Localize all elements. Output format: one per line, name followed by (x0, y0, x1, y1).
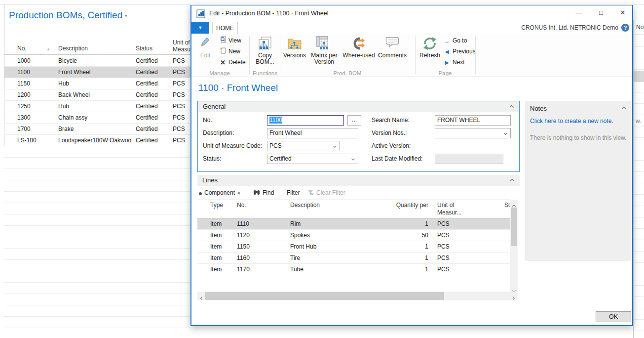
cell-uom: PCS (173, 55, 185, 66)
help-icon[interactable]: ? (621, 24, 629, 32)
field-row: Unit of Measure Code: PCS Active Version… (198, 141, 519, 151)
cell-uom: PCS (173, 124, 185, 134)
find-button[interactable]: Find (253, 187, 274, 199)
no-browse-button[interactable]: ... (347, 115, 361, 126)
close-button[interactable]: ✕ (616, 5, 630, 20)
scroll-up-icon[interactable] (510, 201, 518, 208)
scroll-left-icon[interactable] (198, 293, 206, 299)
view-button[interactable]: View (219, 36, 241, 45)
cell-uom: PCS (173, 101, 185, 112)
cell-description: Tube (290, 264, 303, 275)
bg-right-column-no: No. (636, 24, 644, 31)
line-row[interactable]: Item 1150 Front Hub 1 PCS (197, 241, 510, 253)
col-no[interactable]: No. (237, 202, 246, 209)
table-row[interactable]: 1250 Hub Certified PCS (4, 101, 190, 112)
bg-column-description[interactable]: Description (58, 45, 88, 52)
copy-bom-label: Copy BOM... (252, 52, 278, 65)
cell-description: Tire (290, 253, 300, 263)
cell-status: Certified (136, 89, 158, 100)
bg-column-no[interactable]: No. (17, 45, 27, 52)
scroll-right-icon[interactable] (509, 293, 517, 299)
description-field[interactable]: Front Wheel (267, 128, 358, 138)
table-row[interactable]: 1200 Back Wheel Certified PCS (4, 89, 190, 101)
cell-type: Item (210, 218, 222, 229)
horizontal-scroll-thumb[interactable] (205, 292, 444, 300)
minimize-button[interactable]: — (572, 5, 586, 20)
dialog-titlebar[interactable]: Edit - Production BOM - 1100 · Front Whe… (191, 5, 632, 22)
cell-no: 1110 (237, 218, 249, 229)
ok-button[interactable]: OK (596, 311, 631, 322)
cell-no: 1100 (17, 67, 30, 78)
binoculars-icon (253, 188, 260, 199)
cell-description: Brake (58, 124, 132, 134)
matrix-per-version-button[interactable]: Matrix per Version (308, 35, 341, 65)
table-row[interactable]: 1150 Hub Certified PCS (4, 78, 190, 89)
edit-button[interactable]: Edit (194, 35, 216, 59)
collapse-chevron-icon[interactable] (622, 107, 626, 111)
maximize-button[interactable]: □ (594, 5, 608, 20)
col-description[interactable]: Description (290, 202, 320, 209)
collapse-chevron-icon[interactable] (510, 105, 514, 109)
table-row[interactable]: 1700 Brake Certified PCS (4, 124, 190, 135)
delete-button[interactable]: ✕Delete (219, 57, 246, 67)
cell-uom: PCS (437, 218, 469, 229)
table-row[interactable]: 1000 Bicycle Certified PCS (4, 55, 190, 67)
versions-button[interactable]: Versions (282, 35, 307, 59)
new-button[interactable]: New (219, 46, 240, 56)
col-unit-of-measure[interactable]: Unit of Measur... (437, 202, 469, 216)
cell-qty: 1 (379, 264, 428, 275)
no-field-value: 1100 (269, 117, 282, 124)
copy-bom-button[interactable]: Copy BOM... (252, 35, 278, 65)
tab-home[interactable]: HOME (212, 22, 238, 34)
table-row-selected[interactable]: 1100 Front Wheel Certified PCS (4, 67, 190, 78)
filter-button[interactable]: Filter (287, 187, 300, 198)
vertical-scroll-thumb[interactable] (511, 208, 517, 246)
clear-filter-button[interactable]: Clear Filter (307, 187, 345, 199)
col-type[interactable]: Type (210, 202, 223, 209)
col-quantity-per[interactable]: Quantity per (379, 202, 428, 209)
refresh-button[interactable]: Refresh (417, 35, 442, 59)
no-field[interactable]: 1100 (267, 115, 344, 126)
cell-no: 1150 (237, 241, 250, 252)
cell-description: Chain assy (58, 112, 132, 123)
table-row[interactable]: LS-100 Loudspeaker100W Oakwoo... Certifi… (4, 135, 190, 146)
bg-column-status[interactable]: Status (136, 45, 152, 52)
search-name-field[interactable]: FRONT WHEEL (435, 115, 511, 126)
where-used-button[interactable]: Where-used (341, 35, 376, 59)
new-page-icon (219, 47, 227, 57)
scroll-down-icon[interactable] (510, 285, 518, 292)
view-icon (219, 36, 227, 46)
uom-code-label: Unit of Measure Code: (203, 141, 262, 151)
uom-code-select[interactable]: PCS (267, 141, 340, 151)
table-row[interactable]: 1300 Chain assy Certified PCS (4, 112, 190, 124)
page-title-caret-icon[interactable]: ▾ (125, 13, 127, 18)
general-fasttab-header[interactable]: General (198, 101, 519, 112)
cell-no: 1200 (17, 89, 31, 100)
cell-no: 1700 (17, 124, 31, 134)
cell-uom: PCS (437, 253, 469, 263)
comments-button[interactable]: Comments (376, 35, 409, 59)
cell-type: Item (210, 230, 222, 241)
clear-filter-icon (307, 188, 314, 199)
line-row-selected[interactable]: Item 1110 Rim 1 PCS (197, 218, 510, 230)
line-row[interactable]: Item 1170 Tube 1 PCS (197, 264, 510, 275)
chevron-down-icon (504, 131, 507, 135)
previous-button[interactable]: ◀Previous (443, 46, 476, 56)
version-nos-select[interactable] (435, 128, 511, 138)
create-note-link[interactable]: Click here to create a new note. (530, 118, 613, 125)
line-row[interactable]: Item 1120 Spokes 50 PCS (197, 230, 510, 241)
ribbon-separator (475, 36, 476, 74)
lines-vertical-scrollbar[interactable] (510, 200, 518, 292)
collapse-chevron-icon[interactable] (510, 179, 514, 183)
goto-button[interactable]: →Go to (443, 36, 467, 45)
previous-arrow-icon: ◀ (443, 47, 451, 57)
bg-right-truncated-text: w. (636, 118, 641, 125)
next-button[interactable]: ▶Next (443, 57, 465, 67)
lines-horizontal-scrollbar[interactable] (197, 292, 518, 300)
lines-fasttab-header[interactable]: Lines (197, 175, 520, 186)
status-select[interactable]: Certified (267, 154, 358, 164)
line-row[interactable]: Item 1160 Tire 1 PCS (197, 253, 510, 264)
app-menu-button[interactable]: ▼ (191, 22, 209, 34)
group-label-functions: Functions (251, 70, 279, 76)
component-menu-button[interactable]: Component▾ (199, 187, 240, 199)
